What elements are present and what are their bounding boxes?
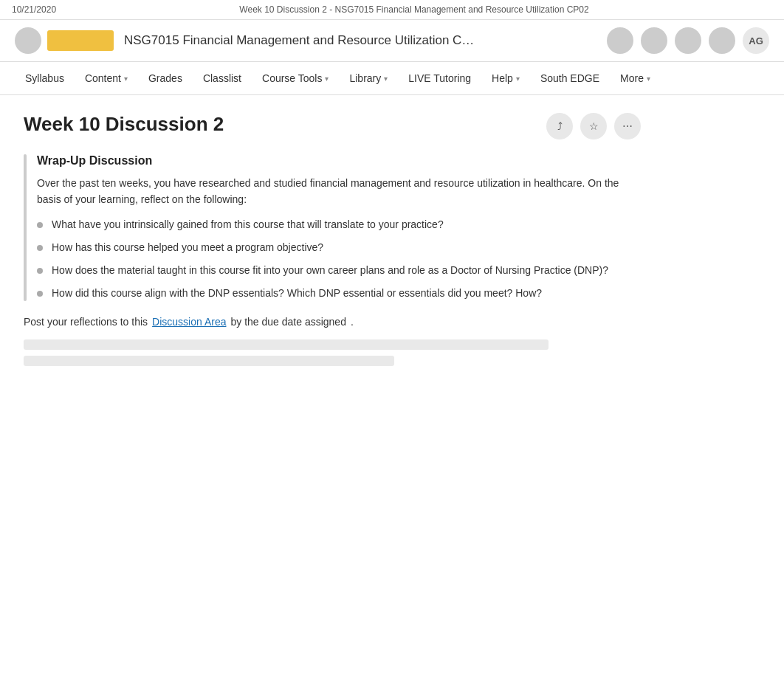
nav-item-library[interactable]: Library ▾: [339, 62, 398, 94]
course-title: NSG7015 Financial Management and Resourc…: [124, 33, 478, 48]
bullet-list: What have you intrinsically gained from …: [37, 217, 641, 301]
blurred-line-2: [24, 356, 394, 366]
nav-item-help[interactable]: Help ▾: [481, 62, 530, 94]
avatar-icon-4[interactable]: [709, 27, 735, 54]
nav-item-south-edge[interactable]: South EDGE: [530, 62, 610, 94]
post-text-after: by the due date assigned: [230, 316, 345, 328]
more-options-icon[interactable]: ⋯: [614, 113, 641, 139]
post-text-period: .: [351, 316, 354, 328]
nav-item-course-tools[interactable]: Course Tools ▾: [252, 62, 339, 94]
header-right: AG: [607, 27, 769, 54]
bookmark-icon[interactable]: ☆: [580, 113, 607, 139]
chevron-down-icon: ▾: [124, 75, 128, 83]
logo-circle-icon: [15, 27, 41, 54]
chevron-down-icon: ▾: [516, 75, 520, 83]
nav-item-content[interactable]: Content ▾: [75, 62, 138, 94]
post-text-before: Post your reflections to this: [24, 316, 148, 328]
discussion-area-link[interactable]: Discussion Area: [152, 316, 226, 328]
date-label: 10/21/2020: [12, 4, 56, 15]
chevron-down-icon: ▾: [647, 75, 650, 83]
post-instructions: Post your reflections to this Discussion…: [24, 316, 641, 328]
logo-text-block: [47, 30, 114, 51]
blurred-line-1: [24, 339, 549, 350]
page-header: Week 10 Discussion 2 ⤴ ☆ ⋯: [24, 113, 641, 139]
chevron-down-icon: ▾: [384, 75, 388, 83]
top-bar: 10/21/2020 Week 10 Discussion 2 - NSG701…: [0, 0, 784, 20]
chevron-down-icon: ▾: [325, 75, 329, 83]
section-intro: Over the past ten weeks, you have resear…: [37, 175, 641, 208]
main-nav: Syllabus Content ▾ Grades Classlist Cour…: [0, 62, 784, 95]
avatar-icon-2[interactable]: [641, 27, 667, 54]
nav-item-classlist[interactable]: Classlist: [193, 62, 252, 94]
list-item: How did this course align with the DNP e…: [37, 286, 641, 301]
list-item: How does the material taught in this cou…: [37, 263, 641, 278]
nav-item-more[interactable]: More ▾: [610, 62, 661, 94]
page-title-label: Week 10 Discussion 2 - NSG7015 Financial…: [239, 4, 588, 15]
share-icon[interactable]: ⤴: [546, 113, 573, 139]
section-block: Wrap-Up Discussion Over the past ten wee…: [24, 154, 641, 301]
avatar-icon-3[interactable]: [675, 27, 701, 54]
header-left: NSG7015 Financial Management and Resourc…: [15, 27, 478, 54]
nav-item-live-tutoring[interactable]: LIVE Tutoring: [398, 62, 481, 94]
section-title: Wrap-Up Discussion: [37, 154, 641, 168]
user-avatar[interactable]: AG: [743, 27, 769, 54]
list-item: How has this course helped you meet a pr…: [37, 240, 641, 255]
avatar-icon-1[interactable]: [607, 27, 633, 54]
list-item: What have you intrinsically gained from …: [37, 217, 641, 232]
page-content: Week 10 Discussion 2 ⤴ ☆ ⋯ Wrap-Up Discu…: [0, 95, 664, 390]
blurred-content: [24, 339, 641, 366]
logo-area: [15, 27, 114, 54]
page-title: Week 10 Discussion 2: [24, 113, 224, 136]
page-actions: ⤴ ☆ ⋯: [546, 113, 641, 139]
nav-item-syllabus[interactable]: Syllabus: [15, 62, 75, 94]
header: NSG7015 Financial Management and Resourc…: [0, 20, 784, 62]
nav-item-grades[interactable]: Grades: [138, 62, 193, 94]
